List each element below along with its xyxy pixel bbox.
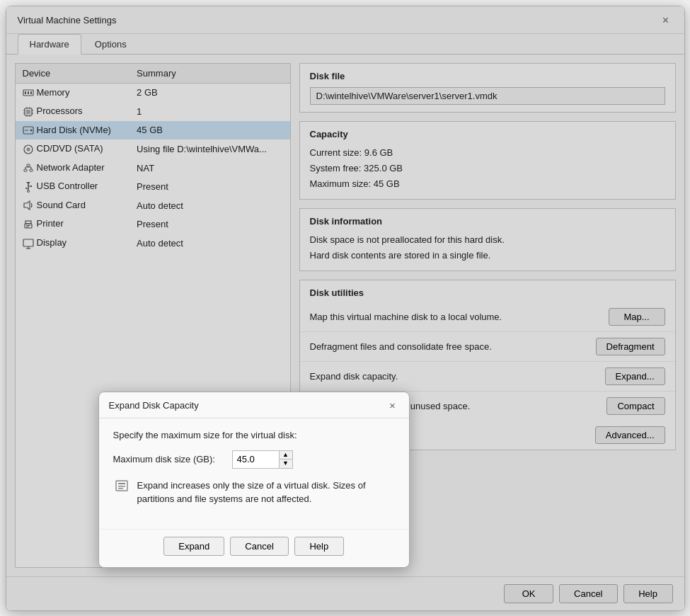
modal-close-button[interactable]: × xyxy=(386,399,399,412)
modal-title-bar: Expand Disk Capacity × xyxy=(99,392,409,418)
modal-input-wrap: ▲ ▼ xyxy=(232,450,293,469)
modal-footer: Expand Cancel Help xyxy=(99,529,409,567)
spin-down-button[interactable]: ▼ xyxy=(280,460,292,468)
modal-expand-button[interactable]: Expand xyxy=(163,537,224,556)
modal-help-button[interactable]: Help xyxy=(294,537,344,556)
expand-disk-modal: Expand Disk Capacity × Specify the maxim… xyxy=(98,392,410,568)
modal-info-row: Expand increases only the size of a virt… xyxy=(113,479,395,506)
svg-rect-44 xyxy=(118,486,125,487)
info-icon xyxy=(113,479,130,493)
modal-info-text: Expand increases only the size of a virt… xyxy=(137,479,395,506)
modal-title: Expand Disk Capacity xyxy=(109,400,199,411)
max-disk-size-input[interactable] xyxy=(233,452,279,467)
svg-rect-43 xyxy=(118,483,125,484)
modal-cancel-button[interactable]: Cancel xyxy=(230,537,288,556)
svg-rect-45 xyxy=(118,488,123,489)
modal-overlay: Expand Disk Capacity × Specify the maxim… xyxy=(6,6,684,610)
main-window: Virtual Machine Settings × Hardware Opti… xyxy=(6,6,685,611)
modal-field-row: Maximum disk size (GB): ▲ ▼ xyxy=(113,450,395,469)
modal-field-label: Maximum disk size (GB): xyxy=(113,454,226,464)
spin-buttons: ▲ ▼ xyxy=(279,451,292,468)
modal-body: Specify the maximum size for the virtual… xyxy=(99,418,409,529)
modal-instruction: Specify the maximum size for the virtual… xyxy=(113,430,395,440)
spin-up-button[interactable]: ▲ xyxy=(280,451,292,460)
